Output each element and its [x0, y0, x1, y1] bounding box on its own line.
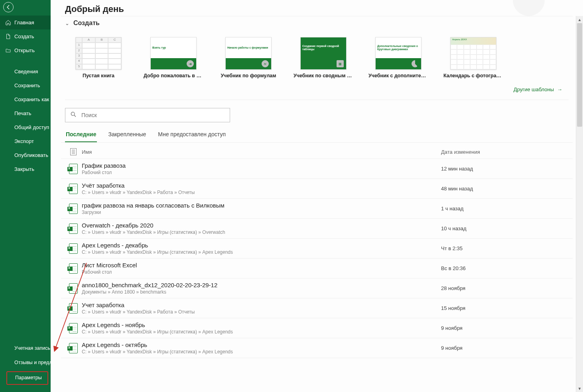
nav-feedback[interactable]: Отзывы и предложения	[0, 356, 51, 370]
template-calendar[interactable]: Апрель 20XX Календарь с фотография…	[450, 37, 496, 78]
nav-open-label: Открыть	[14, 47, 35, 53]
nav-info[interactable]: Сведения	[0, 65, 51, 78]
file-path: C: » Users » vkudr » YandexDisk » Игры (…	[82, 329, 441, 335]
thumb-text: Создание первой сводной таблицы	[302, 45, 345, 51]
recent-file-row[interactable]: график развоза на январь согласовать с В…	[61, 199, 573, 219]
template-blank[interactable]: ABC 1 2 3 4 5 Пустая книга	[75, 37, 122, 78]
template-welcome[interactable]: Взять тур ➜ Добро пожаловать в Excel	[150, 37, 197, 78]
file-path: Загрузки	[82, 210, 441, 215]
greeting-title: Добрый день	[65, 4, 124, 14]
fx-icon: fx	[262, 60, 269, 67]
thumb-text: Дополнительные сведения о Круговых диагр…	[377, 45, 420, 51]
file-name: Apex Legends - октябрь	[82, 341, 441, 348]
file-name: График развоза	[82, 162, 441, 169]
recent-file-row[interactable]: График развозаРабочий стол12 мин назад	[61, 159, 573, 179]
nav-save[interactable]: Сохранить	[0, 78, 51, 92]
scroll-up-icon[interactable]: ▲	[576, 16, 583, 23]
nav-new-label: Создать	[14, 33, 34, 39]
create-section-header[interactable]: ⌄ Создать	[61, 16, 573, 31]
excel-file-icon	[69, 204, 78, 214]
tab-shared[interactable]: Мне предоставлен доступ	[157, 128, 227, 142]
file-name: anno1800_benchmark_dx12_2020-02-20-23-29…	[82, 282, 441, 288]
nav-options[interactable]: Параметры	[6, 371, 48, 385]
arrow-right-icon: ➜	[187, 60, 194, 67]
template-pie[interactable]: Дополнительные сведения о Круговых диагр…	[375, 37, 421, 78]
back-button[interactable]	[3, 2, 14, 12]
scrollbar[interactable]: ▲ ▼	[576, 16, 583, 392]
excel-file-icon	[69, 263, 78, 274]
file-date: 28 ноября	[441, 285, 569, 291]
file-path: C: » Users » vkudr » YandexDisk » Игры (…	[82, 229, 441, 235]
recent-file-row[interactable]: Учёт заработкаC: » Users » vkudr » Yande…	[61, 179, 573, 199]
file-date: 1 ч назад	[441, 206, 569, 212]
document-icon	[70, 148, 77, 155]
file-date: Вс в 20:36	[441, 265, 569, 271]
file-name: Apex Legends - декабрь	[82, 242, 441, 249]
user-avatar[interactable]	[513, 0, 545, 16]
svg-line-1	[74, 115, 76, 117]
file-name: Лист Microsoft Excel	[82, 262, 441, 269]
home-icon	[5, 20, 11, 25]
file-name: Учёт заработка	[82, 182, 441, 189]
column-name[interactable]: Имя	[82, 149, 441, 155]
excel-file-icon	[69, 323, 78, 333]
file-date: 12 мин назад	[441, 166, 569, 172]
nav-home[interactable]: Главная	[0, 16, 51, 29]
recent-file-row[interactable]: anno1800_benchmark_dx12_2020-02-20-23-29…	[61, 278, 573, 298]
file-name: график развоза на январь согласовать с В…	[82, 202, 441, 209]
nav-share[interactable]: Общий доступ	[0, 120, 51, 134]
primary-nav: Главная Создать Открыть Сведения Сохрани…	[0, 16, 51, 176]
thumb-text: Взять тур	[152, 46, 166, 49]
open-icon	[5, 48, 11, 53]
search-input[interactable]	[81, 112, 225, 118]
file-path: Рабочий стол	[82, 269, 441, 275]
file-name: Overwatch - декабрь 2020	[82, 222, 441, 229]
more-templates-label: Другие шаблоны	[514, 86, 554, 92]
template-label: Учебник по сводным таб…	[293, 73, 353, 78]
file-date: 48 мин назад	[441, 186, 569, 192]
search-box[interactable]	[65, 108, 230, 122]
excel-file-icon	[69, 303, 78, 314]
recent-file-row[interactable]: Apex Legends - ноябрьC: » Users » vkudr …	[61, 318, 573, 338]
file-path: C: » Users » vkudr » YandexDisk » Работа…	[82, 309, 441, 315]
nav-print[interactable]: Печать	[0, 106, 51, 120]
recent-file-row[interactable]: Apex Legends - декабрьC: » Users » vkudr…	[61, 239, 573, 259]
tab-recent[interactable]: Последние	[65, 128, 97, 142]
tab-pinned[interactable]: Закрепленные	[107, 128, 147, 142]
template-label: Календарь с фотография…	[443, 73, 503, 78]
recent-tabs: Последние Закрепленные Мне предоставлен …	[61, 128, 573, 143]
nav-new[interactable]: Создать	[0, 29, 51, 43]
file-name: Учет заработка	[82, 302, 441, 308]
backstage-sidebar: Главная Создать Открыть Сведения Сохрани…	[0, 0, 51, 392]
excel-file-icon	[69, 223, 78, 234]
nav-saveas[interactable]: Сохранить как	[0, 92, 51, 106]
recent-file-row[interactable]: Учет заработкаC: » Users » vkudr » Yande…	[61, 298, 573, 318]
file-path: Документы » Anno 1800 » benchmarks	[82, 289, 441, 295]
nav-close[interactable]: Закрыть	[0, 162, 51, 176]
scroll-thumb[interactable]	[577, 23, 582, 127]
nav-export[interactable]: Экспорт	[0, 134, 51, 148]
more-templates-link[interactable]: Другие шаблоны →	[514, 86, 562, 92]
template-pivot[interactable]: Создание первой сводной таблицы ▦ Учебни…	[300, 37, 347, 78]
nav-account[interactable]: Учетная запись	[0, 341, 51, 356]
template-formula[interactable]: Начало работы с формулами fx Учебник по …	[225, 37, 272, 78]
file-date: 9 ноября	[441, 345, 569, 351]
excel-file-icon	[69, 184, 78, 194]
recent-file-row[interactable]: Apex Legends - октябрьC: » Users » vkudr…	[61, 338, 573, 358]
file-path: Рабочий стол	[82, 170, 441, 175]
file-path: C: » Users » vkudr » YandexDisk » Игры (…	[82, 349, 441, 355]
pie-chart-icon	[412, 60, 419, 67]
nav-open[interactable]: Открыть	[0, 43, 51, 57]
recent-file-row[interactable]: Overwatch - декабрь 2020C: » Users » vku…	[61, 219, 573, 239]
template-label: Учебник по формулам	[221, 73, 276, 78]
thumb-text: Начало работы с формулами	[227, 46, 268, 49]
column-date[interactable]: Дата изменения	[441, 149, 569, 155]
recent-file-list: График развозаРабочий стол12 мин назадУч…	[61, 159, 573, 358]
file-date: Чт в 2:35	[441, 245, 569, 251]
create-section-title: Создать	[73, 20, 100, 27]
excel-file-icon	[69, 343, 78, 353]
file-date: 9 ноября	[441, 325, 569, 331]
scroll-down-icon[interactable]: ▼	[576, 385, 583, 392]
recent-file-row[interactable]: Лист Microsoft ExcelРабочий столВс в 20:…	[61, 259, 573, 278]
nav-publish[interactable]: Опубликовать	[0, 148, 51, 162]
